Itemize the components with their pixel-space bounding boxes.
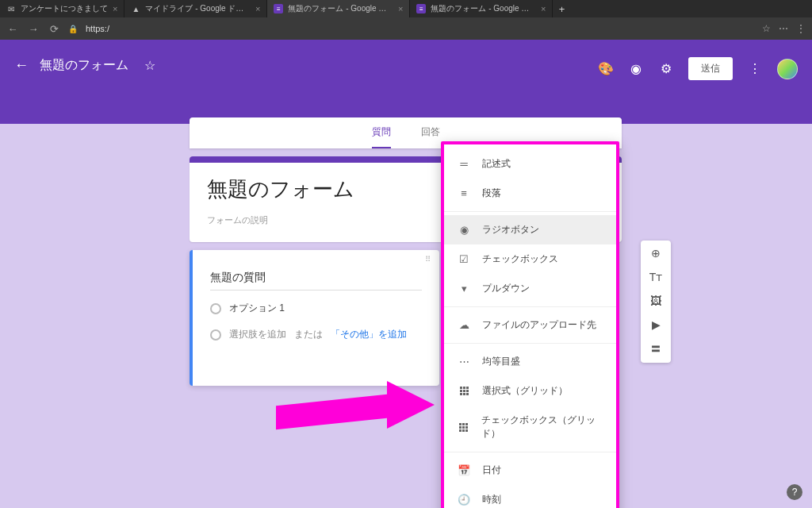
menu-label: ファイルのアップロード先 [482,318,596,332]
add-question-button[interactable]: ⊕ [651,247,661,260]
help-button[interactable]: ? [787,484,802,500]
short-text-icon: ═ [457,158,471,170]
tab-title: 無題のフォーム - Google フォー [288,3,393,14]
menu-label: 段落 [482,187,501,200]
tab-questions[interactable]: 質問 [372,125,391,148]
question-title-input[interactable]: 無題の質問 [210,271,422,291]
star-icon[interactable]: ☆ [144,58,155,73]
close-icon[interactable]: × [113,4,117,13]
menu-time[interactable]: 🕘時刻 [444,485,616,508]
add-video-button[interactable]: ▶ [652,318,661,331]
close-icon[interactable]: × [541,4,546,13]
radio-icon [210,303,221,314]
menu-separator [444,306,616,307]
menu-label: 時刻 [482,493,501,506]
forward-icon[interactable]: → [27,23,40,35]
back-arrow-icon[interactable]: ← [14,57,29,74]
menu-label: チェックボックス [482,252,558,266]
forms-icon: ≡ [416,4,426,13]
browser-tab[interactable]: ✉ アンケートにつきまして × [0,0,124,17]
forms-header: ← 無題のフォーム ☆ 🎨 ◉ ⚙ 送信 ⋮ [0,40,812,124]
add-title-button[interactable]: Tᴛ [649,271,663,283]
close-icon[interactable]: × [398,4,403,13]
menu-label: 均等目盛 [482,355,520,368]
question-type-menu: ═記述式 ≡段落 ◉ラジオボタン ☑チェックボックス ▾プルダウン ☁ファイルの… [441,141,619,508]
option-label[interactable]: オプション 1 [229,302,285,315]
menu-label: 日付 [482,464,501,477]
menu-grid-checkbox[interactable]: チェックボックス（グリッド） [444,406,616,448]
paragraph-icon: ≡ [457,187,471,199]
menu-separator [444,211,616,212]
reload-icon[interactable]: ⟳ [48,23,60,35]
dropdown-icon: ▾ [457,283,471,294]
checkbox-icon: ☑ [457,253,471,265]
menu-separator [444,343,616,344]
menu-label: チェックボックス（グリッド） [481,414,603,441]
menu-linear-scale[interactable]: ⋯均等目盛 [444,347,616,376]
option-row[interactable]: オプション 1 [210,302,422,315]
add-other-link[interactable]: 「その他」を追加 [331,328,407,341]
menu-checkbox[interactable]: ☑チェックボックス [444,244,616,274]
menu-short-answer[interactable]: ═記述式 [444,149,616,179]
new-tab-button[interactable]: + [553,3,570,15]
menu-dropdown[interactable]: ▾プルダウン [444,274,616,303]
menu-date[interactable]: 📅日付 [444,456,616,485]
back-icon[interactable]: ← [6,23,19,35]
tab-title: 無題のフォーム - Google フォー [431,3,536,14]
or-text: または [294,328,323,341]
menu-label: プルダウン [482,282,530,295]
browser-tab[interactable]: ▲ マイドライブ - Google ドライブ × [124,0,267,17]
add-section-button[interactable]: 〓 [650,342,661,356]
gear-icon[interactable]: ⚙ [658,61,674,76]
star-icon[interactable]: ☆ [762,23,771,34]
scale-icon: ⋯ [457,356,471,368]
radio-icon [210,329,221,341]
browser-tab[interactable]: ≡ 無題のフォーム - Google フォー × [410,0,553,17]
close-icon[interactable]: × [255,4,260,13]
add-image-button[interactable]: 🖼 [650,294,661,307]
question-card[interactable]: ⠿ 無題の質問 オプション 1 選択肢を追加 または 「その他」を追加 [190,250,439,386]
grid-icon [457,387,471,395]
gmail-icon: ✉ [6,4,16,13]
browser-toolbar: ← → ⟳ 🔒 https:/ ☆ ⋯ ⋮ [0,17,812,40]
address-bar[interactable]: https:/ [86,24,754,33]
preview-icon[interactable]: ◉ [628,61,644,76]
menu-icon[interactable]: ⋮ [796,23,806,34]
menu-file-upload[interactable]: ☁ファイルのアップロード先 [444,310,616,340]
browser-tab-strip: ✉ アンケートにつきまして × ▲ マイドライブ - Google ドライブ ×… [0,0,812,17]
forms-icon: ≡ [274,4,283,13]
menu-radio[interactable]: ◉ラジオボタン [444,215,616,244]
lock-icon: 🔒 [68,25,78,33]
avatar[interactable] [777,59,798,79]
drive-icon: ▲ [131,4,140,13]
floating-toolbar: ⊕ Tᴛ 🖼 ▶ 〓 [641,241,671,363]
add-option-text[interactable]: 選択肢を追加 [229,328,286,341]
more-icon[interactable]: ⋮ [747,61,763,76]
extension-icon[interactable]: ⋯ [779,23,788,34]
palette-icon[interactable]: 🎨 [598,61,614,76]
menu-label: ラジオボタン [482,223,539,237]
drag-handle-icon[interactable]: ⠿ [425,255,431,264]
annotation-arrow [276,381,435,429]
tab-title: アンケートにつきまして [21,3,108,14]
add-option-row[interactable]: 選択肢を追加 または 「その他」を追加 [210,328,422,341]
menu-separator [444,452,616,452]
tab-responses[interactable]: 回答 [421,125,440,148]
cloud-upload-icon: ☁ [457,319,471,331]
radio-icon: ◉ [457,224,471,236]
form-name[interactable]: 無題のフォーム [40,57,128,74]
menu-label: 選択式（グリッド） [482,384,568,398]
grid-icon [457,423,470,432]
menu-label: 記述式 [482,157,511,171]
tab-title: マイドライブ - Google ドライブ [145,3,251,14]
menu-grid-radio[interactable]: 選択式（グリッド） [444,376,616,406]
clock-icon: 🕘 [457,494,471,506]
menu-paragraph[interactable]: ≡段落 [444,179,616,208]
calendar-icon: 📅 [457,464,471,476]
send-button[interactable]: 送信 [688,57,733,80]
browser-tab-active[interactable]: ≡ 無題のフォーム - Google フォー × [267,0,410,17]
